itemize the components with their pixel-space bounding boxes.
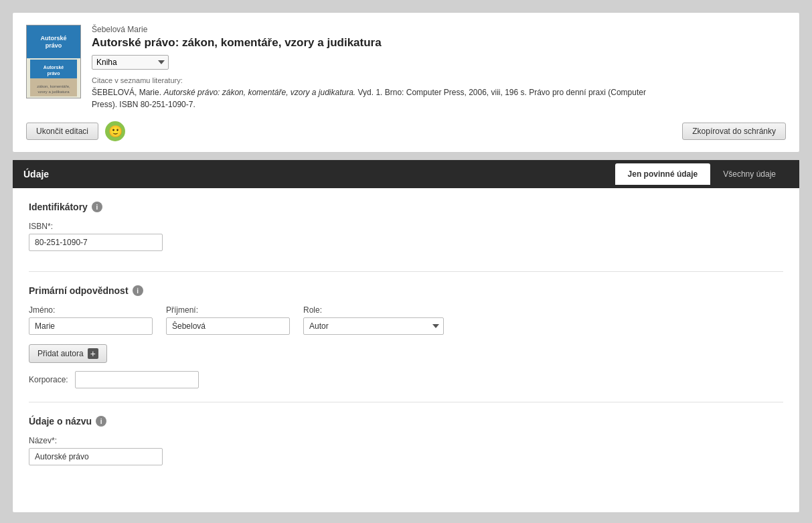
title-info-icon[interactable]: i: [96, 416, 106, 427]
role-field-group: Role: Autor Editor Překladatel: [303, 305, 444, 335]
isbn-field-group: ISBN*:: [29, 222, 163, 251]
isbn-row: ISBN*:: [29, 222, 783, 251]
section-identifiers: Identifikátory i ISBN*:: [29, 202, 783, 272]
citation-plain: ŠEBELOVÁ, Marie.: [92, 88, 163, 97]
jmeno-field-group: Jméno:: [29, 305, 153, 335]
korporace-input[interactable]: [75, 371, 199, 388]
page-wrapper: Autorsképrávo Autorské právo zákon, kome…: [0, 0, 812, 523]
book-cover-title-text: Autorsképrávo: [40, 35, 66, 50]
role-label: Role:: [303, 305, 444, 315]
section-identifiers-title: Identifikátory i: [29, 202, 783, 212]
section-primary-title: Primární odpovědnost i: [29, 285, 783, 296]
tab-group: Jen povinné údaje Všechny údaje: [615, 163, 789, 185]
bottom-section: Údaje Jen povinné údaje Všechny údaje Id…: [12, 159, 800, 513]
nazev-label: Název*:: [29, 436, 163, 445]
copy-button[interactable]: Zkopírovat do schránky: [682, 123, 786, 140]
nazev-row: Název*:: [29, 436, 783, 465]
top-card-header: Autorsképrávo Autorské právo zákon, kome…: [26, 25, 786, 110]
svg-text:vzory a judikatura: vzory a judikatura: [37, 90, 70, 94]
book-cover-bottom: Autorské právo zákon, komentáře, vzory a…: [27, 58, 80, 98]
jmeno-label: Jméno:: [29, 305, 153, 315]
role-select[interactable]: Autor Editor Překladatel: [303, 317, 444, 335]
plus-icon: +: [88, 348, 98, 359]
korporace-row: Korporace:: [29, 371, 783, 388]
prijmeni-label: Příjmení:: [166, 305, 290, 315]
book-info: Šebelová Marie Autorské právo: zákon, ko…: [92, 25, 786, 110]
svg-text:právo: právo: [47, 71, 60, 76]
bottom-header: Údaje Jen povinné údaje Všechny údaje: [13, 160, 799, 188]
top-card: Autorsképrávo Autorské právo zákon, kome…: [12, 12, 800, 153]
tab-all[interactable]: Všechny údaje: [710, 163, 789, 185]
nazev-field-group: Název*:: [29, 436, 163, 465]
book-cover-top: Autorsképrávo: [27, 25, 80, 58]
add-author-label: Přidat autora: [37, 349, 84, 358]
end-edit-button[interactable]: Ukončit editaci: [26, 123, 98, 140]
svg-text:Autorské: Autorské: [44, 65, 64, 70]
section-title-heading: Údaje o názvu i: [29, 416, 783, 427]
korporace-label: Korporace:: [29, 375, 68, 384]
footer-left: Ukončit editaci 🙂: [26, 121, 125, 141]
section-title-info: Údaje o názvu i Název*:: [29, 416, 783, 485]
book-title: Autorské právo: zákon, komentáře, vzory …: [92, 36, 786, 50]
svg-text:zákon, komentáře,: zákon, komentáře,: [37, 84, 70, 88]
citation-label: Citace v seznamu literatury:: [92, 76, 786, 84]
tab-required[interactable]: Jen povinné údaje: [615, 163, 711, 185]
citation-text: ŠEBELOVÁ, Marie. Autorské právo: zákon, …: [92, 86, 667, 110]
book-author: Šebelová Marie: [92, 25, 786, 34]
section-primary-resp: Primární odpovědnost i Jméno: Příjmení: …: [29, 285, 783, 402]
nazev-input[interactable]: [29, 448, 163, 465]
top-card-footer: Ukončit editaci 🙂 Zkopírovat do schránky: [26, 121, 786, 141]
prijmeni-input[interactable]: [166, 317, 290, 335]
smiley-icon[interactable]: 🙂: [105, 121, 125, 141]
book-type-select[interactable]: Kniha Článek Webová stránka Periodikum: [92, 55, 169, 70]
header-title: Údaje: [23, 169, 49, 179]
primary-info-icon[interactable]: i: [133, 285, 143, 296]
isbn-input[interactable]: [29, 234, 163, 251]
identifiers-info-icon[interactable]: i: [92, 202, 102, 212]
isbn-label: ISBN*:: [29, 222, 163, 231]
bottom-content: Identifikátory i ISBN*: Primární odpověd…: [13, 188, 799, 512]
citation-italic: Autorské právo: zákon, komentáře, vzory …: [163, 88, 355, 97]
book-cover-image: Autorsképrávo Autorské právo zákon, kome…: [26, 25, 81, 98]
author-field-row: Jméno: Příjmení: Role: Autor Editor Přek…: [29, 305, 783, 335]
prijmeni-field-group: Příjmení:: [166, 305, 290, 335]
add-author-button[interactable]: Přidat autora +: [29, 344, 107, 363]
jmeno-input[interactable]: [29, 317, 153, 335]
